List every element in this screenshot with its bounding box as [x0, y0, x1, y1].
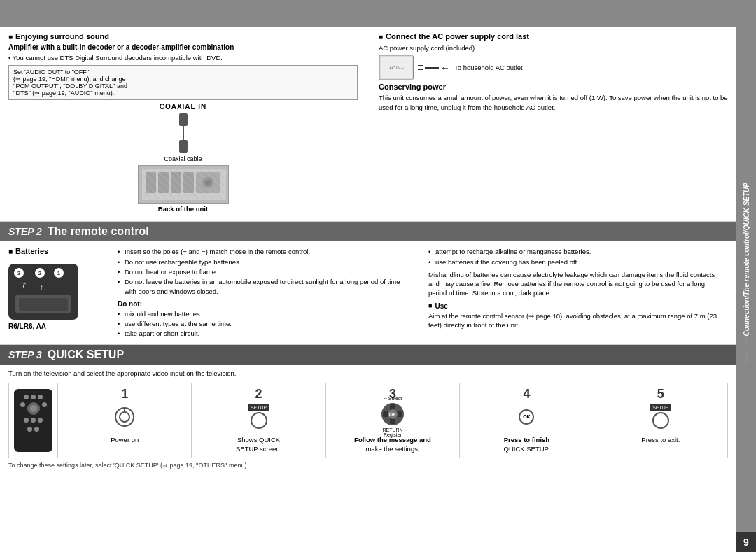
arrow-left-icon: ← — [440, 62, 450, 73]
do-not-bullets: mix old and new batteries. use different… — [118, 309, 412, 339]
ac-cord-connection: ← — [418, 62, 450, 73]
return-label: RETURN — [382, 427, 402, 432]
remote-btn-row-1 — [24, 395, 43, 399]
conserving-section: Conserving power This unit consumes a sm… — [379, 83, 728, 112]
remote-diagram: 3 2 1 ↗ ↑ — [8, 264, 78, 320]
battery-slot — [15, 295, 71, 313]
qs-step1-num: 1 — [121, 388, 128, 400]
prong-top — [418, 65, 424, 66]
cable-connector-bottom — [179, 140, 188, 153]
remote-btn-bottom-2 — [34, 427, 39, 432]
step3-header: STEP 3 QUICK SETUP — [0, 345, 736, 365]
r6-label: R6/LR6, AA — [8, 323, 78, 330]
ac-device-svg: AC IN～ — [379, 55, 413, 80]
remote-btn-sm-7 — [31, 418, 36, 423]
bullet-insert: Insert so the poles (+ and −) match thos… — [118, 247, 412, 257]
set-box: Set 'AUDIO OUT'' to "OFF'' (⇒ page 19, "… — [8, 65, 358, 100]
step3-intro: Turn on the television and select the ap… — [8, 369, 728, 378]
arrow-icon-1: ↗ — [20, 280, 28, 290]
step2-right: attempt to recharge alkaline or manganes… — [423, 247, 728, 339]
middle-bullets: Insert so the poles (+ and −) match thos… — [118, 247, 412, 297]
qs-step5-icon-area: SETUP — [650, 403, 671, 431]
use-heading: Use — [428, 302, 722, 310]
remote-btn-row-3 — [24, 418, 43, 423]
dpad-svg: OK — [380, 402, 405, 427]
svg-rect-5 — [183, 172, 194, 193]
remote-btn-sm-5 — [42, 402, 47, 407]
setup-label-small: SETUP — [248, 404, 269, 411]
coaxial-cable-diagram — [179, 113, 188, 153]
qs-step4-num: 4 — [523, 388, 530, 400]
svg-rect-6 — [196, 172, 220, 193]
svg-text:AC IN～: AC IN～ — [389, 66, 405, 70]
step3-steps-wrapper: 1 Power on 2 SETUP — [8, 383, 728, 459]
svg-rect-0 — [139, 165, 228, 204]
dpad-area: OK — [380, 402, 405, 427]
quick-setup-step4: 4 OK Press to finish QUICK SETUP. — [460, 383, 594, 458]
step1-section: Enjoying surround sound Amplifier with a… — [0, 27, 736, 222]
step3-header-title: QUICK SETUP — [48, 348, 124, 361]
remote-btn-lg-inner — [30, 405, 37, 412]
remote-img-step3 — [14, 389, 52, 452]
qs-step2-num: 2 — [255, 388, 262, 400]
step3-section: Turn on the television and select the ap… — [0, 365, 736, 472]
qs-step1-icon-area — [115, 403, 134, 431]
arrow-icon-2: ↑ — [40, 283, 43, 291]
mishandling-text: Mishandling of batteries can cause elect… — [428, 270, 722, 298]
remote-btn-sm-4 — [20, 402, 25, 407]
cable-connector-top — [179, 113, 188, 126]
bullet-recharge: attempt to recharge alkaline or manganes… — [428, 247, 722, 257]
bullet-covering: use batteries if the covering has been p… — [428, 257, 722, 267]
remote-bottom-btns — [27, 427, 39, 432]
battery-slot-inner — [19, 298, 68, 311]
batteries-heading: Batteries — [8, 247, 48, 255]
bullet-mix: mix old and new batteries. — [118, 309, 412, 319]
cable-line — [183, 126, 184, 140]
back-unit-label: Back of the unit — [158, 205, 208, 213]
right-bullets: attempt to recharge alkaline or manganes… — [428, 247, 722, 267]
qs-step1-desc: Power on — [111, 435, 139, 444]
step3-footer: To change these settings later, select '… — [8, 461, 728, 470]
qs-step3-desc: Follow the message and make the settings… — [354, 435, 431, 454]
step3-header-italic: STEP 3 — [8, 349, 42, 360]
coaxial-label: COAXIAL IN — [160, 103, 207, 111]
battery-num-3: 3 — [14, 268, 24, 278]
qs-step2-icon-area: SETUP — [248, 403, 269, 431]
step2-header-italic: STEP 2 — [8, 226, 42, 237]
power-btn-inner — [119, 411, 130, 423]
remote-btn-sm-2 — [31, 395, 36, 399]
conserving-text: This unit consumes a small amount of pow… — [379, 93, 728, 112]
setup-exit-btn-icon: SETUP — [650, 404, 671, 429]
svg-rect-2 — [146, 172, 156, 193]
svg-rect-1 — [142, 169, 226, 200]
step2-section: Batteries 3 2 1 ↗ ↑ — [0, 241, 736, 345]
step3-steps-inner: 1 Power on 2 SETUP — [58, 383, 727, 458]
select-label: ←Select — [384, 396, 402, 401]
select-btn-area: ←Select — [380, 396, 405, 437]
back-unit-area: Back of the unit — [8, 165, 358, 213]
power-btn-icon[interactable] — [115, 407, 134, 427]
setup-exit-btn-circle[interactable] — [652, 412, 669, 429]
bullet-no-automobile: Do not leave the batteries in an automob… — [118, 277, 412, 297]
page-wrapper: Enjoying surround sound Amplifier with a… — [0, 0, 756, 552]
svg-point-8 — [205, 180, 211, 185]
remote-btn-row-2 — [20, 402, 47, 415]
ok-btn[interactable]: OK — [519, 409, 534, 425]
back-unit-image — [138, 165, 229, 204]
use-text: Aim at the remote control sensor (⇒ page… — [428, 311, 722, 330]
conserving-heading: Conserving power — [379, 83, 728, 91]
step1-right: Connect the AC power supply cord last AC… — [372, 32, 728, 215]
remote-btn-sm-6 — [24, 418, 29, 423]
quick-setup-step5: 5 SETUP Press to exit. — [594, 383, 727, 458]
top-bar — [0, 0, 736, 27]
ac-diagram-row: AC IN～ ← To household AC out — [379, 55, 728, 80]
setup-btn-circle[interactable] — [251, 412, 267, 429]
ac-power-area: AC power supply cord (included) AC IN～ — [379, 43, 728, 80]
qs-step5-num: 5 — [657, 388, 664, 400]
svg-rect-4 — [171, 172, 181, 193]
household-label: To household AC outlet — [454, 63, 523, 72]
ac-power-heading: Connect the AC power supply cord last — [379, 32, 728, 41]
step1-left: Enjoying surround sound Amplifier with a… — [8, 32, 365, 215]
ac-line — [425, 67, 439, 69]
rqtc-label: RQTC0152 — [743, 336, 750, 364]
